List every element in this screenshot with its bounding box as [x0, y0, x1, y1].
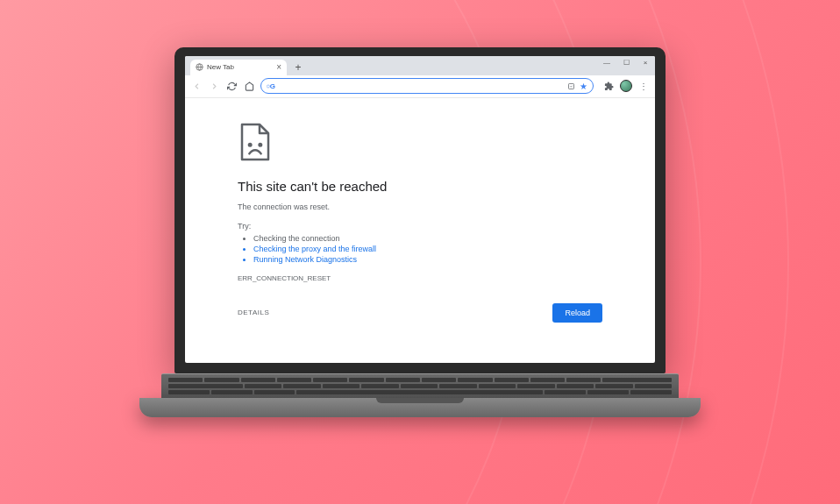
back-icon[interactable] — [190, 80, 203, 92]
tab-title: New Tab — [207, 63, 273, 71]
sad-page-icon — [238, 123, 602, 163]
home-icon[interactable] — [243, 80, 255, 92]
address-bar[interactable]: G ★ — [260, 78, 594, 94]
error-code: ERR_CONNECTION_RESET — [238, 274, 602, 282]
svg-point-4 — [260, 144, 262, 146]
extensions-icon[interactable] — [602, 80, 615, 92]
menu-icon[interactable]: ⋮ — [637, 80, 650, 92]
window-controls: — ☐ × — [601, 59, 651, 67]
try-label: Try: — [238, 222, 602, 231]
browser-toolbar: G ★ ⋮ — [185, 75, 655, 98]
profile-avatar[interactable] — [620, 80, 632, 92]
error-subtitle: The connection was reset. — [238, 202, 602, 211]
reload-button[interactable]: Reload — [552, 303, 602, 323]
url-input[interactable] — [279, 82, 563, 90]
suggestion-list: Checking the connection Checking the pro… — [238, 234, 602, 264]
browser-tab[interactable]: New Tab × — [190, 60, 287, 75]
error-title: This site can't be reached — [238, 179, 602, 194]
details-button[interactable]: DETAILS — [238, 309, 269, 316]
close-window-icon[interactable]: × — [639, 59, 651, 67]
bookmark-icon[interactable]: ★ — [579, 82, 587, 90]
minimize-icon[interactable]: — — [601, 59, 613, 67]
globe-icon — [196, 63, 203, 71]
forward-icon[interactable] — [208, 80, 220, 92]
tab-strip: New Tab × + — ☐ × — [185, 56, 655, 75]
laptop-screen-bezel: New Tab × + — ☐ × — [174, 47, 666, 373]
suggestion-link-proxy[interactable]: Checking the proxy and the firewall — [253, 245, 602, 253]
reload-icon[interactable] — [225, 80, 238, 92]
maximize-icon[interactable]: ☐ — [620, 59, 632, 67]
error-page: This site can't be reached The connectio… — [185, 98, 655, 340]
new-tab-button[interactable]: + — [290, 60, 306, 75]
share-icon[interactable] — [566, 82, 575, 90]
laptop-base — [139, 398, 701, 417]
tab-close-icon[interactable]: × — [276, 62, 281, 72]
browser-window: New Tab × + — ☐ × — [185, 56, 655, 363]
laptop-keyboard — [161, 373, 679, 398]
svg-point-3 — [249, 144, 252, 146]
laptop: New Tab × + — ☐ × — [174, 47, 666, 417]
suggestion-item: Checking the connection — [253, 234, 602, 243]
suggestion-link-diagnostics[interactable]: Running Network Diagnostics — [253, 255, 602, 264]
search-provider-icon: G — [267, 82, 275, 90]
